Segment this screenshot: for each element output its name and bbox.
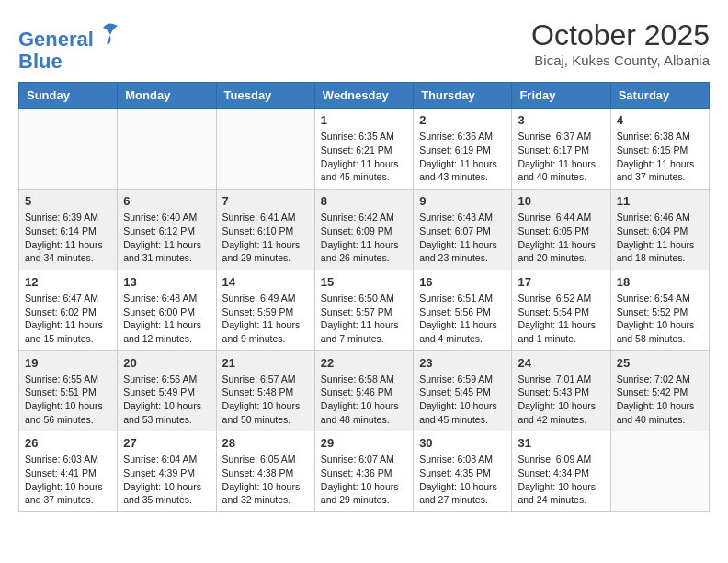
day-number: 5 — [25, 194, 111, 208]
calendar-day: 24Sunrise: 7:01 AM Sunset: 5:43 PM Dayli… — [512, 350, 610, 431]
calendar-day: 12Sunrise: 6:47 AM Sunset: 6:02 PM Dayli… — [19, 270, 118, 350]
calendar-day: 23Sunrise: 6:59 AM Sunset: 5:45 PM Dayli… — [414, 350, 512, 431]
day-number: 20 — [123, 356, 210, 370]
day-number: 2 — [419, 113, 506, 127]
month-title: October 2025 — [531, 18, 710, 52]
day-info: Sunrise: 6:49 AM Sunset: 5:59 PM Dayligh… — [222, 292, 309, 346]
calendar-day: 13Sunrise: 6:48 AM Sunset: 6:00 PM Dayli… — [118, 270, 216, 350]
calendar-day: 4Sunrise: 6:38 AM Sunset: 6:15 PM Daylig… — [610, 109, 709, 190]
day-info: Sunrise: 6:59 AM Sunset: 5:45 PM Dayligh… — [419, 373, 506, 427]
calendar-day: 30Sunrise: 6:08 AM Sunset: 4:35 PM Dayli… — [414, 431, 512, 512]
day-number: 6 — [123, 194, 210, 208]
day-info: Sunrise: 6:48 AM Sunset: 6:00 PM Dayligh… — [123, 292, 210, 346]
day-number: 28 — [222, 436, 309, 450]
day-info: Sunrise: 6:44 AM Sunset: 6:05 PM Dayligh… — [518, 211, 604, 265]
calendar-day — [19, 109, 118, 190]
calendar-header-wednesday: Wednesday — [314, 83, 413, 109]
day-number: 22 — [321, 356, 407, 370]
day-number: 23 — [419, 356, 506, 370]
page-header: General Blue October 2025 Bicaj, Kukes C… — [18, 18, 710, 73]
calendar-header-friday: Friday — [512, 83, 610, 109]
day-info: Sunrise: 7:01 AM Sunset: 5:43 PM Dayligh… — [518, 373, 604, 427]
day-info: Sunrise: 6:46 AM Sunset: 6:04 PM Dayligh… — [617, 211, 703, 265]
logo-line1: General — [18, 28, 94, 51]
day-info: Sunrise: 6:07 AM Sunset: 4:36 PM Dayligh… — [321, 453, 407, 507]
day-number: 12 — [25, 275, 111, 289]
calendar-day: 16Sunrise: 6:51 AM Sunset: 5:56 PM Dayli… — [414, 270, 512, 350]
logo-text: General Blue — [18, 18, 119, 73]
logo-line2: Blue — [18, 50, 63, 73]
day-number: 15 — [321, 275, 407, 289]
day-info: Sunrise: 6:35 AM Sunset: 6:21 PM Dayligh… — [321, 130, 407, 184]
day-info: Sunrise: 6:42 AM Sunset: 6:09 PM Dayligh… — [321, 211, 407, 265]
day-info: Sunrise: 6:04 AM Sunset: 4:39 PM Dayligh… — [123, 453, 210, 507]
day-number: 30 — [419, 436, 506, 450]
calendar-day: 29Sunrise: 6:07 AM Sunset: 4:36 PM Dayli… — [314, 431, 413, 512]
logo-bird-icon — [101, 18, 119, 46]
calendar-week-1: 5Sunrise: 6:39 AM Sunset: 6:14 PM Daylig… — [19, 190, 710, 270]
day-number: 4 — [617, 113, 703, 127]
day-info: Sunrise: 6:38 AM Sunset: 6:15 PM Dayligh… — [617, 130, 703, 184]
day-info: Sunrise: 6:54 AM Sunset: 5:52 PM Dayligh… — [617, 292, 703, 346]
day-info: Sunrise: 6:51 AM Sunset: 5:56 PM Dayligh… — [419, 292, 506, 346]
title-block: October 2025 Bicaj, Kukes County, Albani… — [531, 18, 710, 68]
calendar-day: 2Sunrise: 6:36 AM Sunset: 6:19 PM Daylig… — [414, 109, 512, 190]
day-number: 13 — [123, 275, 210, 289]
logo: General Blue — [18, 18, 119, 73]
calendar-day: 22Sunrise: 6:58 AM Sunset: 5:46 PM Dayli… — [314, 350, 413, 431]
calendar-day — [118, 109, 216, 190]
calendar-header-tuesday: Tuesday — [216, 83, 314, 109]
calendar-day: 21Sunrise: 6:57 AM Sunset: 5:48 PM Dayli… — [216, 350, 314, 431]
calendar-day: 6Sunrise: 6:40 AM Sunset: 6:12 PM Daylig… — [118, 190, 216, 270]
day-info: Sunrise: 6:43 AM Sunset: 6:07 PM Dayligh… — [419, 211, 506, 265]
day-info: Sunrise: 6:56 AM Sunset: 5:49 PM Dayligh… — [123, 373, 210, 427]
calendar-header-sunday: Sunday — [19, 83, 118, 109]
day-number: 9 — [419, 194, 506, 208]
calendar-day: 10Sunrise: 6:44 AM Sunset: 6:05 PM Dayli… — [512, 190, 610, 270]
calendar-day: 7Sunrise: 6:41 AM Sunset: 6:10 PM Daylig… — [216, 190, 314, 270]
calendar-day: 19Sunrise: 6:55 AM Sunset: 5:51 PM Dayli… — [19, 350, 118, 431]
day-number: 31 — [518, 436, 604, 450]
day-number: 8 — [321, 194, 407, 208]
day-number: 17 — [518, 275, 604, 289]
calendar-day — [216, 109, 314, 190]
day-info: Sunrise: 6:50 AM Sunset: 5:57 PM Dayligh… — [321, 292, 407, 346]
calendar-day: 8Sunrise: 6:42 AM Sunset: 6:09 PM Daylig… — [314, 190, 413, 270]
day-info: Sunrise: 6:03 AM Sunset: 4:41 PM Dayligh… — [25, 453, 111, 507]
day-number: 3 — [518, 113, 604, 127]
calendar-week-4: 26Sunrise: 6:03 AM Sunset: 4:41 PM Dayli… — [19, 431, 710, 512]
day-number: 27 — [123, 436, 210, 450]
calendar-header-saturday: Saturday — [610, 83, 709, 109]
day-info: Sunrise: 6:52 AM Sunset: 5:54 PM Dayligh… — [518, 292, 604, 346]
day-info: Sunrise: 6:39 AM Sunset: 6:14 PM Dayligh… — [25, 211, 111, 265]
day-info: Sunrise: 6:55 AM Sunset: 5:51 PM Dayligh… — [25, 373, 111, 427]
calendar-day: 14Sunrise: 6:49 AM Sunset: 5:59 PM Dayli… — [216, 270, 314, 350]
day-number: 19 — [25, 356, 111, 370]
day-number: 1 — [321, 113, 407, 127]
calendar-day — [610, 431, 709, 512]
calendar-day: 26Sunrise: 6:03 AM Sunset: 4:41 PM Dayli… — [19, 431, 118, 512]
day-info: Sunrise: 6:09 AM Sunset: 4:34 PM Dayligh… — [518, 453, 604, 507]
calendar-week-3: 19Sunrise: 6:55 AM Sunset: 5:51 PM Dayli… — [19, 350, 710, 431]
day-info: Sunrise: 6:08 AM Sunset: 4:35 PM Dayligh… — [419, 453, 506, 507]
calendar-header-thursday: Thursday — [414, 83, 512, 109]
day-number: 24 — [518, 356, 604, 370]
calendar-week-2: 12Sunrise: 6:47 AM Sunset: 6:02 PM Dayli… — [19, 270, 710, 350]
calendar-week-0: 1Sunrise: 6:35 AM Sunset: 6:21 PM Daylig… — [19, 109, 710, 190]
calendar-day: 11Sunrise: 6:46 AM Sunset: 6:04 PM Dayli… — [610, 190, 709, 270]
location: Bicaj, Kukes County, Albania — [531, 52, 710, 68]
day-info: Sunrise: 6:41 AM Sunset: 6:10 PM Dayligh… — [222, 211, 309, 265]
day-number: 7 — [222, 194, 309, 208]
day-number: 16 — [419, 275, 506, 289]
calendar-day: 20Sunrise: 6:56 AM Sunset: 5:49 PM Dayli… — [118, 350, 216, 431]
day-info: Sunrise: 6:40 AM Sunset: 6:12 PM Dayligh… — [123, 211, 210, 265]
day-number: 11 — [617, 194, 703, 208]
day-number: 29 — [321, 436, 407, 450]
day-number: 18 — [617, 275, 703, 289]
calendar-header-row: SundayMondayTuesdayWednesdayThursdayFrid… — [19, 83, 710, 109]
calendar-day: 3Sunrise: 6:37 AM Sunset: 6:17 PM Daylig… — [512, 109, 610, 190]
day-number: 25 — [617, 356, 703, 370]
calendar-day: 18Sunrise: 6:54 AM Sunset: 5:52 PM Dayli… — [610, 270, 709, 350]
calendar-day: 5Sunrise: 6:39 AM Sunset: 6:14 PM Daylig… — [19, 190, 118, 270]
day-info: Sunrise: 6:58 AM Sunset: 5:46 PM Dayligh… — [321, 373, 407, 427]
